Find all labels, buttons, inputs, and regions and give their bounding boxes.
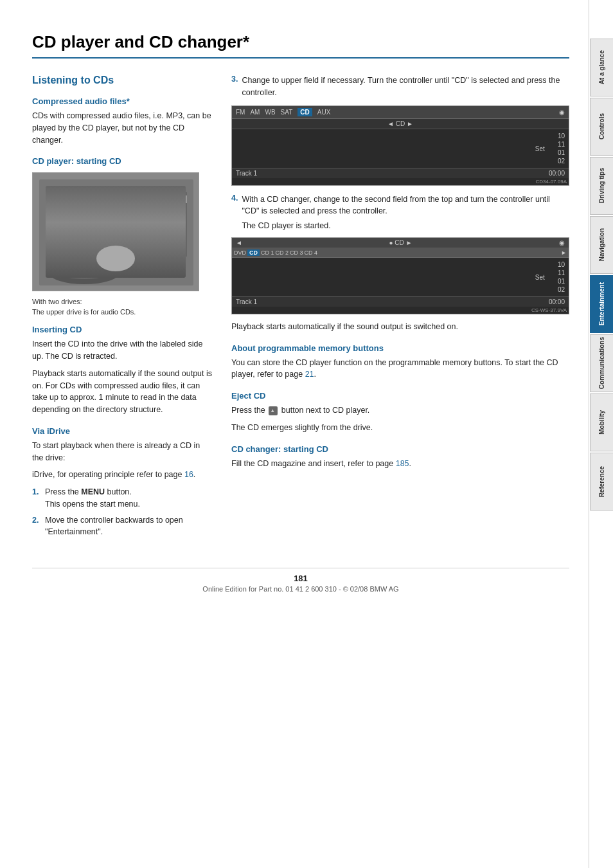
listening-heading: Listening to CDs [32, 75, 212, 86]
svg-text:■ ■ ■ ■ ■ ■ ■ ■ ■ ■ ■ ■ ■ ■ ■ : ■ ■ ■ ■ ■ ■ ■ ■ ■ ■ ■ ■ ■ ■ ■ ■ ■ [58, 198, 116, 202]
step-3-num: 3. [231, 75, 238, 99]
sidebar-tab-communications[interactable]: Communications [590, 334, 613, 392]
step-2: 2. Move the controller backwards to open… [32, 514, 212, 539]
sidebar-tab-reference[interactable]: Reference [590, 453, 613, 511]
screen1-tab-aux: AUX [317, 109, 331, 116]
screen2-tab-cd1: CD 1 [261, 249, 274, 256]
screen1-header: FM AM WB SAT CD AUX ◉ [232, 106, 569, 119]
step-4-num: 4. [231, 194, 238, 232]
screen2-tab-cd2: CD 2 [276, 249, 289, 256]
step-4-text2: The CD player is started. [242, 220, 569, 232]
screen1-num-01: 01 [558, 149, 565, 156]
step-2-text: Move the controller backwards to open "E… [45, 514, 212, 539]
screen1-tab-sat: SAT [281, 109, 293, 116]
svg-rect-3 [58, 208, 168, 215]
screen1-numbers: 10 11 01 02 [558, 132, 565, 165]
inserting-cd-text1: Insert the CD into the drive with the la… [32, 338, 212, 363]
sidebar-tab-label-communications: Communications [598, 337, 605, 389]
compressed-audio-text: CDs with compressed audio files, i.e. MP… [32, 110, 212, 146]
screen2-tabs: DVD CD CD 1 CD 2 CD 3 CD 4 ► [232, 248, 569, 258]
cd-player-image-container: ■ ■ ■ ■ ■ ■ ■ ■ ■ ■ ■ ■ ■ ■ ■ ■ ■ [32, 172, 212, 291]
screen2-tab-cd4: CD 4 [305, 249, 318, 256]
screen2-tab-cd3: CD 3 [290, 249, 303, 256]
sidebar-tab-at-a-glance[interactable]: At a glance [590, 39, 613, 96]
cd-starting-heading: CD player: starting CD [32, 156, 212, 166]
screen2-tab-cd: CD [247, 249, 260, 256]
screen1-time: 00:00 [549, 170, 565, 177]
svg-point-8 [99, 236, 114, 251]
steps-list: 1. Press the MENU button.This opens the … [32, 486, 212, 538]
screen-mockup-1: FM AM WB SAT CD AUX ◉ ◄ CD ► Set [231, 105, 569, 186]
screen2-tab-dvd: DVD [234, 249, 246, 256]
step-3-container: 3. Change to upper field if necessary. T… [231, 75, 569, 99]
sidebar-tab-navigation[interactable]: Navigation [590, 216, 613, 274]
sidebar-tab-label-driving-tips: Driving tips [598, 168, 605, 203]
via-idrive-heading: Via iDrive [32, 426, 212, 436]
screen2-num-01: 01 [558, 278, 565, 285]
screen2-track: Track 1 [236, 298, 257, 305]
eject-cd-heading: Eject CD [231, 391, 569, 401]
svg-rect-9 [148, 234, 181, 235]
via-idrive-text: To start playback when there is already … [32, 440, 212, 464]
screen1-num-10: 10 [558, 132, 565, 140]
step-1-num: 1. [32, 486, 41, 511]
screen1-icon-right: ◉ [559, 109, 565, 116]
screen1-tab-wb: WB [265, 109, 275, 116]
sidebar-tab-mobility[interactable]: Mobility [590, 393, 613, 451]
page-wrapper: CD player and CD changer* Listening to C… [0, 0, 613, 868]
screen2-body: Set 10 11 01 02 [232, 258, 569, 296]
sidebar-tab-label-entertainment: Entertainment [598, 282, 605, 325]
screen2-num-10: 10 [558, 261, 565, 268]
screen1-tab-am: AM [250, 109, 260, 116]
cd-changer-page-link[interactable]: 185 [396, 459, 409, 468]
screen1-tab-cd: CD [298, 108, 312, 116]
sidebar: At a glance Controls Driving tips Naviga… [589, 0, 613, 868]
screen1-set: Set [535, 145, 545, 152]
inserting-cd-heading: Inserting CD [32, 325, 212, 334]
svg-rect-1 [39, 179, 193, 285]
screen2-time: 00:00 [549, 298, 565, 305]
screen2-numbers: 10 11 01 02 [558, 261, 565, 293]
screen2-tab-more: ► [561, 249, 567, 256]
memory-page-link[interactable]: 21 [305, 370, 314, 379]
svg-point-7 [76, 236, 92, 251]
screen1-tab-fm: FM [236, 109, 245, 116]
screen1-track: Track 1 [236, 170, 257, 177]
svg-rect-15 [46, 195, 187, 203]
page-number: 181 [32, 574, 569, 583]
car-interior-graphic: ■ ■ ■ ■ ■ ■ ■ ■ ■ ■ ■ ■ ■ ■ ■ ■ ■ [33, 173, 199, 291]
svg-rect-2 [46, 192, 187, 257]
screen2-num-02: 02 [558, 286, 565, 293]
screen2-num-11: 11 [558, 269, 565, 276]
cd-player-image: ■ ■ ■ ■ ■ ■ ■ ■ ■ ■ ■ ■ ■ ■ ■ ■ ■ [32, 172, 199, 291]
step-3-text: Change to upper field if necessary. Turn… [242, 75, 569, 99]
screen2-icon-right: ◉ [559, 239, 565, 246]
eject-text: Press the button next to CD player. [231, 404, 569, 417]
cd-changer-heading: CD changer: starting CD [231, 444, 569, 454]
sidebar-tab-label-at-a-glance: At a glance [598, 50, 605, 84]
screen2-set-label: Set [535, 274, 545, 281]
sidebar-tab-label-mobility: Mobility [598, 410, 605, 435]
screen-mockup-2: ◄ ● CD ► ◉ DVD CD CD 1 CD 2 CD 3 CD 4 ► [231, 237, 569, 314]
screen2-toprow: ◄ ● CD ► ◉ [232, 238, 569, 248]
screen2-serial: CS-WS-37.9VA [232, 307, 569, 314]
screen1-num-11: 11 [558, 141, 565, 148]
step-2-num: 2. [32, 514, 41, 539]
svg-point-13 [49, 261, 120, 284]
step-1-text: Press the MENU button.This opens the sta… [45, 486, 140, 511]
idrive-page-link[interactable]: 16 [184, 470, 193, 479]
svg-point-14 [58, 266, 110, 279]
sidebar-tab-controls[interactable]: Controls [590, 98, 613, 156]
page-title: CD player and CD changer* [32, 32, 569, 59]
screen2-footer: Track 1 00:00 [232, 296, 569, 307]
sidebar-tab-entertainment[interactable]: Entertainment [590, 275, 613, 333]
footer-text: Online Edition for Part no. 01 41 2 600 … [202, 585, 398, 593]
sidebar-tab-driving-tips[interactable]: Driving tips [590, 157, 613, 215]
right-column: 3. Change to upper field if necessary. T… [231, 75, 569, 542]
screen1-subrow: ◄ CD ► [232, 119, 569, 129]
sidebar-tab-label-reference: Reference [598, 466, 605, 497]
svg-rect-12 [148, 244, 181, 245]
image-caption2: The upper drive is for audio CDs. [32, 308, 212, 316]
svg-rect-4 [58, 208, 168, 210]
menu-bold: MENU [81, 487, 105, 496]
